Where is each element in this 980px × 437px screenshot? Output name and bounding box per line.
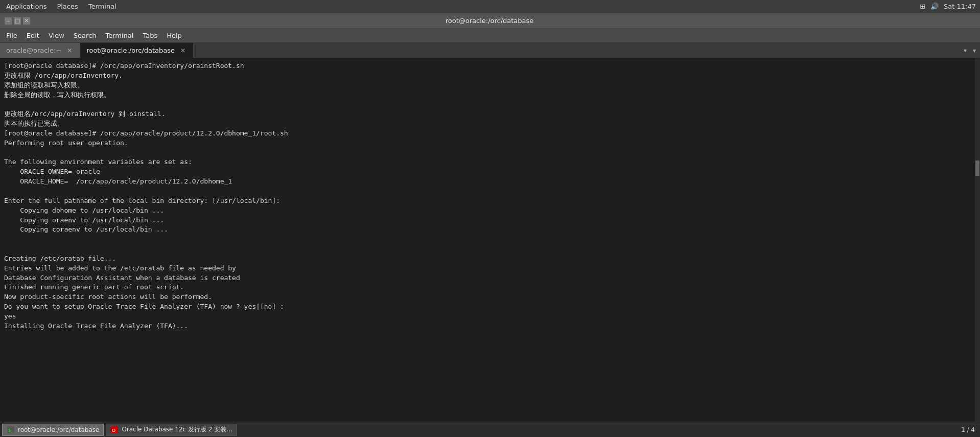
close-button[interactable]: ✕	[22, 17, 31, 25]
menu-view[interactable]: View	[44, 30, 68, 41]
taskbar-item-0-label: root@oracle:/orc/database	[18, 426, 99, 433]
terminal-output[interactable]: [root@oracle database]# /orc/app/oraInve…	[0, 58, 975, 422]
tab-bar: oracle@oracle:~ ✕ root@oracle:/orc/datab…	[0, 43, 980, 58]
oracle-icon: O	[110, 426, 119, 434]
window-controls: – □ ✕	[4, 17, 31, 25]
minimize-button[interactable]: –	[4, 17, 12, 25]
taskbar: $_ root@oracle:/orc/database O Oracle Da…	[0, 422, 980, 437]
network-icon: ⊞	[920, 3, 925, 10]
terminal-menu[interactable]: Terminal	[86, 2, 119, 11]
tab-scroll-button[interactable]: ▾	[971, 46, 978, 55]
tab-list-button[interactable]: ▾	[962, 46, 969, 55]
scrollbar-track[interactable]	[975, 58, 980, 422]
tab-bar-controls: ▾ ▾	[960, 43, 980, 58]
taskbar-right: 1 / 4	[958, 425, 978, 434]
tab-0-close[interactable]: ✕	[65, 47, 74, 55]
tab-1[interactable]: root@oracle:/orc/database ✕	[80, 43, 194, 58]
applications-menu[interactable]: Applications	[4, 2, 49, 11]
taskbar-item-1-label: Oracle Database 12c 发行版 2 安装...	[122, 425, 232, 434]
svg-text:O: O	[112, 428, 115, 433]
system-bar: Applications Places Terminal ⊞ 🔊 Sat 11:…	[0, 0, 980, 13]
system-clock: Sat 11:47	[944, 3, 976, 10]
tab-0[interactable]: oracle@oracle:~ ✕	[0, 43, 80, 58]
tab-0-label: oracle@oracle:~	[6, 47, 61, 54]
menu-file[interactable]: File	[2, 30, 21, 41]
tab-1-close[interactable]: ✕	[179, 47, 187, 55]
volume-icon[interactable]: 🔊	[930, 3, 939, 10]
page-indicator: 1 / 4	[958, 425, 978, 434]
menu-edit[interactable]: Edit	[22, 30, 43, 41]
taskbar-item-0[interactable]: $_ root@oracle:/orc/database	[2, 424, 104, 436]
scrollbar-thumb[interactable]	[975, 160, 979, 176]
terminal-window: – □ ✕ root@oracle:/orc/database File Edi…	[0, 13, 980, 437]
menu-terminal[interactable]: Terminal	[101, 30, 137, 41]
system-bar-right: ⊞ 🔊 Sat 11:47	[920, 3, 976, 10]
maximize-button[interactable]: □	[13, 17, 21, 25]
places-menu[interactable]: Places	[55, 2, 80, 11]
system-bar-left: Applications Places Terminal	[4, 2, 119, 11]
menu-search[interactable]: Search	[69, 30, 101, 41]
title-bar: – □ ✕ root@oracle:/orc/database	[0, 13, 980, 29]
menu-bar: File Edit View Search Terminal Tabs Help	[0, 29, 980, 43]
window-title: root@oracle:/orc/database	[31, 17, 948, 25]
tab-1-label: root@oracle:/orc/database	[86, 47, 175, 54]
menu-help[interactable]: Help	[162, 30, 186, 41]
svg-text:$_: $_	[8, 428, 14, 433]
taskbar-item-1[interactable]: O Oracle Database 12c 发行版 2 安装...	[106, 424, 237, 436]
menu-tabs[interactable]: Tabs	[138, 30, 161, 41]
terminal-container: [root@oracle database]# /orc/app/oraInve…	[0, 58, 980, 422]
terminal-icon: $_	[7, 426, 15, 434]
